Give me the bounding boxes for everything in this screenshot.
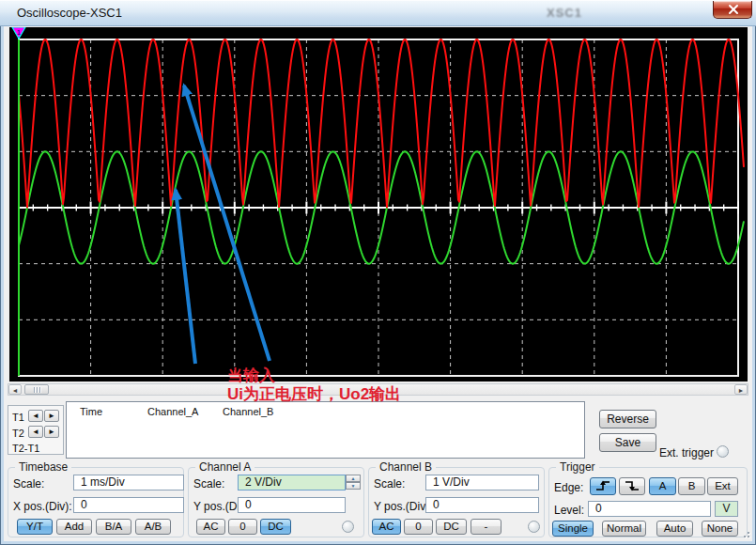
channel-a-ypos-field[interactable]: 0 <box>238 497 346 513</box>
spinner-up-button[interactable]: ▲ <box>346 475 361 482</box>
channel-a-indicator <box>342 521 354 533</box>
annotation-line-2: Ui为正电压时，Uo2输出 <box>227 385 401 404</box>
grip-dot-icon <box>744 536 746 537</box>
trigger-normal-button[interactable]: Normal <box>602 521 646 537</box>
grip-line-icon <box>37 387 38 393</box>
channel-b-dc-button[interactable]: DC <box>436 519 467 535</box>
trigger-level-unit: V <box>715 501 738 517</box>
timebase-xpos-label: X pos.(Div): <box>13 500 72 513</box>
annotation-arrow <box>176 190 195 364</box>
channel-b-minus-button[interactable]: - <box>471 519 501 535</box>
trigger-level-label: Level: <box>554 504 584 517</box>
t1-label: T1 <box>12 412 24 423</box>
ext-trigger-indicator <box>717 445 729 458</box>
trigger-group: Trigger Edge: A B Ext Level: 0 V Single … <box>548 467 748 537</box>
channel-b-scale-label: Scale: <box>374 477 405 490</box>
svg-text:1: 1 <box>17 28 22 37</box>
channel-b-ypos-label: Y pos.(Div): <box>374 500 432 513</box>
trigger-level-field[interactable]: 0 <box>588 501 711 517</box>
reverse-button[interactable]: Reverse <box>599 410 656 428</box>
t2-increment-button[interactable]: ► <box>44 426 59 438</box>
up-arrow-icon: ▲ <box>351 475 356 481</box>
channel-b-ac-button[interactable]: AC <box>372 519 401 535</box>
channel-a-scale-spinner: ▲ ▼ <box>346 475 361 490</box>
down-arrow-icon: ▼ <box>351 483 356 489</box>
t1-cursor-marker[interactable]: 1 <box>12 27 25 39</box>
channel-b-indicator <box>528 521 540 533</box>
scope-graticule: 1 <box>9 27 748 382</box>
right-arrow-icon: ► <box>48 412 55 420</box>
trigger-legend: Trigger <box>556 460 599 474</box>
t2-decrement-button[interactable]: ◄ <box>28 426 43 438</box>
trigger-source-b-button[interactable]: B <box>678 477 705 495</box>
scroll-thumb[interactable] <box>24 384 49 395</box>
ba-mode-button[interactable]: B/A <box>96 519 131 535</box>
trigger-single-button[interactable]: Single <box>552 521 594 537</box>
window-title: Oscilloscope-XSC1 <box>17 6 122 20</box>
channel-b-legend: Channel B <box>376 460 436 474</box>
falling-edge-button[interactable] <box>619 477 645 495</box>
timebase-legend: Timebase <box>15 460 71 474</box>
channel-a-ac-button[interactable]: AC <box>196 519 225 535</box>
add-mode-button[interactable]: Add <box>56 519 92 535</box>
cursor-panel: T1 ◄ ► T2 ◄ ► T2-T1 <box>8 405 64 455</box>
channel-a-group: Channel A Scale: 2 V/Div ▲ ▼ Y pos.(Div)… <box>188 467 364 537</box>
scope-display: 1 <box>9 27 748 382</box>
readout-table: Time Channel_A Channel_B <box>66 401 585 459</box>
channel-b-scale-field[interactable]: 1 V/Div <box>425 475 539 490</box>
left-arrow-icon: ◄ <box>32 412 39 420</box>
right-arrow-icon: ► <box>738 387 745 394</box>
ext-trigger-label: Ext. trigger <box>659 446 714 459</box>
column-header-channel-a: Channel_A <box>147 406 198 417</box>
yt-mode-button[interactable]: Y/T <box>17 519 53 535</box>
channel-a-trace <box>19 39 744 207</box>
trigger-source-a-button[interactable]: A <box>649 477 676 495</box>
scroll-left-button[interactable]: ◄ <box>8 384 22 395</box>
grip-line-icon <box>39 387 40 393</box>
t2-label: T2 <box>12 428 24 439</box>
t1-increment-button[interactable]: ► <box>44 410 59 422</box>
trigger-none-button[interactable]: None <box>702 521 738 537</box>
annotation-text: 当输入 Ui为正电压时，Uo2输出 <box>227 366 401 404</box>
oscilloscope-window: Oscilloscope-XSC1 XSC1 1 当输入 Ui为正电压时，Uo2… <box>0 0 756 545</box>
ab-mode-button[interactable]: A/B <box>135 519 171 535</box>
close-icon <box>714 1 753 19</box>
rising-edge-button[interactable] <box>590 477 616 495</box>
time-axis <box>19 202 738 214</box>
left-arrow-icon: ◄ <box>12 387 19 394</box>
grip-dot-icon <box>748 532 749 534</box>
channel-b-group: Channel B Scale: 1 V/Div Y pos.(Div): 0 … <box>368 467 545 537</box>
t1-decrement-button[interactable]: ◄ <box>28 410 43 422</box>
channel-a-scale-label: Scale: <box>193 477 224 490</box>
channel-a-legend: Channel A <box>195 460 255 474</box>
resize-grip[interactable] <box>738 530 753 543</box>
grip-dot-icon <box>748 536 749 537</box>
title-bar[interactable]: Oscilloscope-XSC1 XSC1 <box>0 0 756 26</box>
channel-a-scale-field[interactable]: 2 V/Div <box>238 475 346 490</box>
channel-a-zero-button[interactable]: 0 <box>228 519 257 535</box>
rising-edge-icon <box>594 480 611 491</box>
timebase-scale-field[interactable]: 1 ms/Div <box>73 475 184 490</box>
right-arrow-icon: ► <box>48 428 55 436</box>
trigger-source-ext-button[interactable]: Ext <box>707 477 738 495</box>
spinner-down-button[interactable]: ▼ <box>346 482 361 490</box>
column-header-time: Time <box>80 406 102 417</box>
grip-line-icon <box>34 387 35 393</box>
channel-b-ypos-field[interactable]: 0 <box>425 497 539 513</box>
close-button[interactable] <box>713 1 752 19</box>
save-button[interactable]: Save <box>599 433 656 452</box>
column-header-channel-b: Channel_B <box>223 406 273 417</box>
timebase-scale-label: Scale: <box>13 477 44 490</box>
trigger-edge-label: Edge: <box>554 481 583 494</box>
timebase-xpos-field[interactable]: 0 <box>73 497 184 513</box>
annotation-arrow <box>184 86 270 361</box>
t2-t1-label: T2-T1 <box>12 443 39 454</box>
timebase-group: Timebase Scale: 1 ms/Div X pos.(Div): 0 … <box>8 467 184 537</box>
falling-edge-icon <box>624 480 640 491</box>
left-arrow-icon: ◄ <box>32 428 39 436</box>
schematic-watermark: XSC1 <box>547 6 582 20</box>
channel-b-zero-button[interactable]: 0 <box>404 519 433 535</box>
scroll-right-button[interactable]: ► <box>734 384 748 395</box>
channel-a-dc-button[interactable]: DC <box>260 519 291 535</box>
trigger-auto-button[interactable]: Auto <box>656 521 693 537</box>
